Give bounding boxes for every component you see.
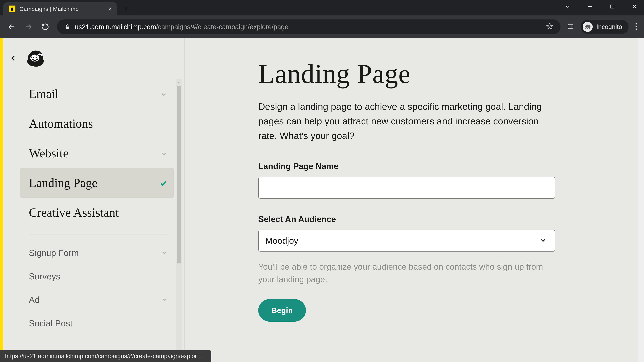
url-host: us21.admin.mailchimp.com: [75, 23, 156, 30]
svg-point-21: [36, 57, 37, 58]
mailchimp-logo[interactable]: [26, 48, 46, 68]
browser-tab-active[interactable]: Campaigns | Mailchimp ×: [3, 2, 118, 15]
sidebar-item-label: Landing Page: [29, 176, 98, 190]
sidebar-item-surveys[interactable]: Surveys: [20, 265, 174, 288]
svg-point-17: [636, 26, 637, 27]
svg-marker-9: [546, 23, 552, 29]
name-field-label: Landing Page Name: [258, 161, 554, 171]
svg-rect-12: [585, 26, 590, 27]
nav-reload-button[interactable]: [40, 22, 50, 32]
sidebar-divider: [29, 234, 167, 234]
bookmark-star-icon[interactable]: [546, 23, 553, 31]
sidebar-item-social-post[interactable]: Social Post: [20, 312, 174, 335]
page-viewport: Email Automations Website Landing Page: [0, 38, 644, 362]
chevron-down-icon: [539, 237, 547, 245]
sidebar-item-creative-assistant[interactable]: Creative Assistant: [20, 198, 174, 227]
svg-point-1: [11, 9, 13, 11]
browser-status-bar: https://us21.admin.mailchimp.com/campaig…: [0, 350, 211, 362]
page-title: Landing Page: [258, 58, 554, 89]
sidebar-items: Email Automations Website Landing Page: [3, 79, 184, 335]
chevron-down-icon: [161, 295, 167, 305]
scrollbar-up-icon[interactable]: ▴: [176, 79, 182, 85]
url-input[interactable]: us21.admin.mailchimp.com/campaigns/#/cre…: [57, 19, 560, 34]
chevron-down-icon[interactable]: [564, 3, 570, 10]
svg-point-13: [586, 27, 588, 29]
side-panel-icon[interactable]: [567, 23, 574, 30]
svg-rect-10: [568, 24, 573, 29]
audience-select[interactable]: Moodjoy: [258, 230, 555, 252]
svg-point-18: [636, 28, 637, 30]
sidebar-back-button[interactable]: [10, 55, 17, 62]
audience-selected-value: Moodjoy: [265, 236, 298, 246]
sidebar-item-label: Social Post: [29, 318, 72, 328]
svg-point-16: [636, 23, 637, 24]
svg-point-20: [33, 57, 34, 58]
campaign-type-sidebar: Email Automations Website Landing Page: [3, 38, 184, 362]
page-description: Design a landing page to achieve a speci…: [258, 99, 547, 143]
new-tab-button[interactable]: +: [124, 5, 128, 13]
sidebar-item-ad[interactable]: Ad: [20, 288, 174, 312]
url-text: us21.admin.mailchimp.com/campaigns/#/cre…: [75, 23, 288, 31]
nav-back-button[interactable]: [7, 22, 17, 32]
sidebar-item-landing-page[interactable]: Landing Page: [20, 168, 174, 198]
sidebar-item-label: Creative Assistant: [29, 205, 119, 220]
sidebar-item-label: Website: [29, 146, 68, 160]
main-scrollbar[interactable]: [638, 38, 644, 362]
chevron-down-icon: [160, 146, 167, 160]
incognito-indicator[interactable]: Incognito: [580, 20, 628, 34]
nav-forward-button[interactable]: [24, 22, 34, 32]
sidebar-item-signup-form[interactable]: Signup Form: [20, 241, 174, 265]
window-minimize-icon[interactable]: [587, 4, 593, 9]
window-close-icon[interactable]: [632, 4, 637, 9]
close-tab-icon[interactable]: ×: [108, 6, 112, 12]
sidebar-item-label: Ad: [29, 295, 40, 305]
checkmark-icon: [160, 176, 167, 190]
browser-tabbar: Campaigns | Mailchimp × +: [0, 0, 644, 15]
sidebar-item-website[interactable]: Website: [20, 138, 174, 168]
sidebar-item-label: Automations: [29, 116, 93, 131]
svg-point-0: [11, 7, 13, 9]
brand-accent-strip: [0, 38, 3, 362]
begin-button[interactable]: Begin: [258, 299, 306, 322]
audience-field-label: Select An Audience: [258, 214, 554, 224]
sidebar-item-email[interactable]: Email: [20, 79, 174, 109]
sidebar-item-label: Signup Form: [29, 248, 79, 258]
main-content: Landing Page Design a landing page to ac…: [184, 38, 644, 362]
audience-help-text: You'll be able to organize your audience…: [258, 261, 550, 286]
sidebar-item-label: Surveys: [29, 271, 60, 281]
mailchimp-favicon: [9, 5, 16, 12]
svg-rect-8: [66, 27, 69, 29]
window-controls: [564, 3, 637, 10]
svg-point-14: [588, 27, 590, 29]
sidebar-scrollbar[interactable]: ▴ ▾: [176, 79, 182, 362]
begin-button-label: Begin: [271, 306, 293, 315]
lock-icon: [64, 24, 70, 30]
landing-page-name-input[interactable]: [258, 177, 555, 199]
browser-menu-icon[interactable]: [635, 23, 637, 31]
sidebar-item-label: Email: [29, 87, 58, 101]
browser-address-bar: us21.admin.mailchimp.com/campaigns/#/cre…: [0, 15, 644, 38]
incognito-icon: [582, 22, 593, 32]
incognito-label: Incognito: [596, 23, 622, 30]
svg-rect-3: [611, 5, 614, 8]
chevron-down-icon: [160, 87, 167, 101]
window-maximize-icon[interactable]: [610, 4, 615, 9]
chevron-down-icon: [161, 248, 167, 258]
url-path: /campaigns/#/create-campaign/explore/pag…: [156, 23, 288, 30]
browser-tab-title: Campaigns | Mailchimp: [20, 6, 79, 12]
sidebar-item-automations[interactable]: Automations: [20, 109, 174, 138]
scrollbar-thumb[interactable]: [176, 86, 181, 264]
